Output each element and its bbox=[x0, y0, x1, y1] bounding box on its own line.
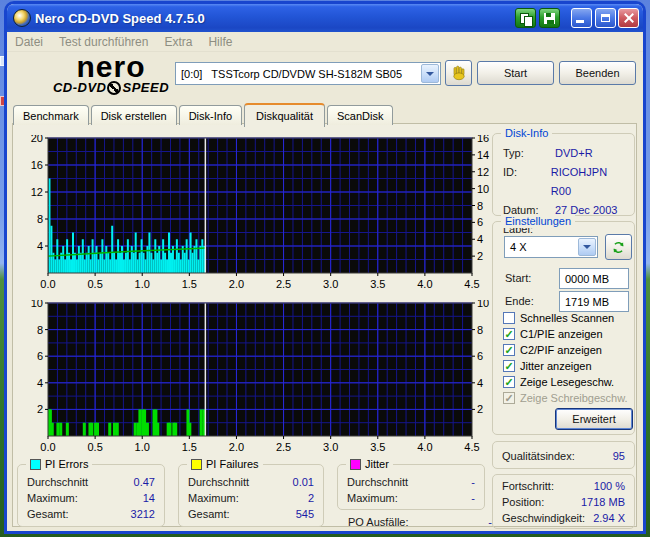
svg-text:3.5: 3.5 bbox=[370, 278, 385, 290]
fortschritt-value: 100 % bbox=[594, 478, 625, 494]
disk-typ-value: DVD+R bbox=[555, 144, 593, 163]
stat-label: Gesamt: bbox=[188, 506, 230, 522]
eject-button[interactable] bbox=[445, 60, 472, 86]
close-button[interactable] bbox=[618, 8, 639, 28]
settings-checkbox-0[interactable]: Schnelles Scannen bbox=[503, 310, 633, 326]
stat-value: - bbox=[471, 474, 475, 490]
pi-failures-panel: PI Failures Durchschnitt0.01 Maximum:2 G… bbox=[178, 464, 324, 527]
svg-text:2.5: 2.5 bbox=[276, 278, 291, 290]
checkbox-label: C2/PIF anzeigen bbox=[520, 344, 602, 356]
menu-extra[interactable]: Extra bbox=[164, 35, 192, 49]
minimize-icon bbox=[576, 20, 584, 23]
menu-hilfe[interactable]: Hilfe bbox=[208, 35, 232, 49]
chevron-down-icon[interactable] bbox=[421, 64, 439, 83]
svg-text:4: 4 bbox=[477, 377, 483, 389]
logo-speed-text: SPEED bbox=[122, 80, 169, 95]
minimize-button[interactable] bbox=[571, 8, 592, 28]
disk-info-panel: Disk-Info Typ:DVD+R ID:RICOHJPN R00 Datu… bbox=[492, 133, 635, 216]
stat-label: Durchschnitt bbox=[188, 474, 249, 490]
end-field[interactable]: 1719 MB bbox=[559, 291, 629, 312]
settings-checkbox-2[interactable]: ✓C2/PIF anzeigen bbox=[503, 342, 633, 358]
menubar: Datei Test durchführen Extra Hilfe bbox=[7, 32, 643, 52]
menu-datei[interactable]: Datei bbox=[15, 35, 43, 49]
svg-text:0.5: 0.5 bbox=[87, 441, 102, 453]
window-title: Nero CD-DVD Speed 4.7.5.0 bbox=[35, 11, 512, 26]
svg-text:4: 4 bbox=[37, 240, 43, 252]
stat-label: Durchschnitt bbox=[27, 474, 88, 490]
chevron-down-icon[interactable] bbox=[578, 238, 596, 256]
svg-text:2.5: 2.5 bbox=[276, 441, 291, 453]
svg-text:16: 16 bbox=[477, 135, 489, 144]
settings-title: Einstellungen bbox=[501, 214, 575, 228]
po-ausfaelle-value: - bbox=[488, 514, 492, 530]
logo-product-text: CD-DVD bbox=[53, 80, 107, 95]
checkbox-checked-icon: ✓ bbox=[503, 392, 515, 404]
pi-errors-chart: 481216202468101214160.00.51.01.52.02.53.… bbox=[14, 135, 492, 291]
pi-failures-chart: 2468102468100.00.51.01.52.02.53.03.54.04… bbox=[14, 300, 492, 454]
disk-id-value: RICOHJPN R00 bbox=[551, 163, 624, 201]
settings-checkbox-3[interactable]: ✓Jitter anzeigen bbox=[503, 358, 633, 374]
copy-results-button[interactable] bbox=[515, 8, 536, 28]
drive-select-value: [0:0] TSSTcorp CD/DVDW SH-S182M SB05 bbox=[181, 68, 402, 80]
jitter-panel: Jitter Durchschnitt- Maximum:- bbox=[337, 464, 485, 510]
stat-value: 2 bbox=[308, 490, 314, 506]
disk-id-label: ID: bbox=[503, 163, 551, 201]
svg-text:8: 8 bbox=[37, 213, 43, 225]
po-ausfaelle-label: PO Ausfälle: bbox=[348, 514, 409, 530]
tab-scandisk[interactable]: ScanDisk bbox=[327, 105, 393, 125]
svg-text:2: 2 bbox=[37, 403, 43, 415]
nero-logo: nero CD-DVD SPEED bbox=[45, 54, 177, 95]
eject-hand-icon bbox=[451, 65, 467, 81]
speed-select[interactable]: 4 X bbox=[504, 236, 598, 258]
settings-checkbox-4[interactable]: ✓Zeige Lesegeschw. bbox=[503, 374, 633, 390]
svg-text:4: 4 bbox=[37, 377, 43, 389]
stat-value: 0.01 bbox=[293, 474, 314, 490]
titlebar[interactable]: Nero CD-DVD Speed 4.7.5.0 bbox=[7, 4, 643, 32]
svg-text:2.0: 2.0 bbox=[229, 441, 244, 453]
save-results-button[interactable] bbox=[539, 8, 560, 28]
tab-disk-info[interactable]: Disk-Info bbox=[179, 105, 242, 125]
tab-benchmark[interactable]: Benchmark bbox=[13, 105, 89, 125]
end-field-label: Ende: bbox=[505, 295, 534, 307]
quality-index-label: Qualitätsindex: bbox=[502, 448, 575, 464]
drive-select[interactable]: [0:0] TSSTcorp CD/DVDW SH-S182M SB05 bbox=[175, 62, 441, 85]
settings-checkbox-1[interactable]: ✓C1/PIE anzeigen bbox=[503, 326, 633, 342]
start-field[interactable]: 0000 MB bbox=[559, 268, 629, 289]
quality-index-panel: Qualitätsindex: 95 bbox=[492, 441, 635, 469]
maximize-icon bbox=[601, 14, 610, 22]
svg-text:4.0: 4.0 bbox=[417, 278, 432, 290]
svg-text:0.0: 0.0 bbox=[40, 278, 55, 290]
refresh-button[interactable] bbox=[605, 234, 632, 260]
stat-label: Gesamt: bbox=[27, 506, 69, 522]
maximize-button[interactable] bbox=[595, 8, 616, 28]
svg-text:8: 8 bbox=[477, 324, 483, 336]
svg-text:2: 2 bbox=[477, 403, 483, 415]
progress-panel: Fortschritt:100 % Position:1718 MB Gesch… bbox=[492, 474, 635, 529]
checkbox-checked-icon[interactable]: ✓ bbox=[503, 328, 515, 340]
tab-disk-erstellen[interactable]: Disk erstellen bbox=[91, 105, 177, 125]
checkbox-label: Zeige Lesegeschw. bbox=[520, 376, 614, 388]
close-icon bbox=[624, 13, 634, 23]
start-button[interactable]: Start bbox=[477, 61, 554, 85]
po-ausfaelle-row: PO Ausfälle: - bbox=[339, 514, 501, 530]
svg-text:6: 6 bbox=[477, 216, 483, 228]
erweitert-button[interactable]: Erweitert bbox=[555, 408, 633, 430]
checkbox-checked-icon[interactable]: ✓ bbox=[503, 344, 515, 356]
checkbox-unchecked-icon[interactable] bbox=[503, 312, 515, 324]
jitter-title: Jitter bbox=[365, 457, 389, 471]
position-value: 1718 MB bbox=[581, 494, 625, 510]
disc-glyph-icon bbox=[107, 81, 121, 95]
svg-text:4.5: 4.5 bbox=[464, 441, 479, 453]
menu-test-durchfuehren[interactable]: Test durchführen bbox=[59, 35, 148, 49]
checkbox-checked-icon[interactable]: ✓ bbox=[503, 360, 515, 372]
beenden-button[interactable]: Beenden bbox=[559, 61, 636, 85]
checkbox-checked-icon[interactable]: ✓ bbox=[503, 376, 515, 388]
svg-text:3.0: 3.0 bbox=[323, 278, 338, 290]
tab-bar: Benchmark Disk erstellen Disk-Info Diskq… bbox=[13, 101, 395, 125]
pi-errors-panel: PI Errors Durchschnitt0.47 Maximum:14 Ge… bbox=[17, 464, 165, 527]
checkbox-label: C1/PIE anzeigen bbox=[520, 328, 603, 340]
tab-diskqualitaet[interactable]: Diskqualität bbox=[244, 103, 325, 127]
svg-text:4.0: 4.0 bbox=[417, 441, 432, 453]
checkbox-label: Jitter anzeigen bbox=[520, 360, 592, 372]
geschwindigkeit-label: Geschwindigkeit: bbox=[502, 510, 585, 526]
